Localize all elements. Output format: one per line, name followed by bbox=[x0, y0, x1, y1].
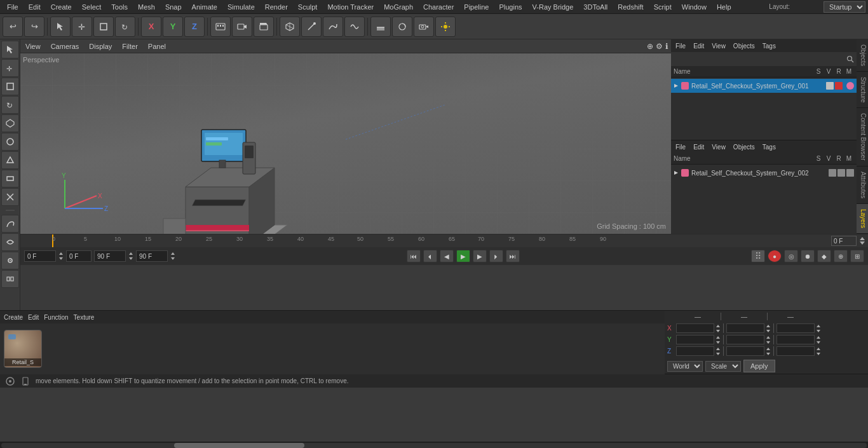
sidebar-knife-btn[interactable] bbox=[1, 252, 19, 269]
redo-button[interactable]: ↪ bbox=[24, 17, 44, 37]
obj-2-icon1[interactable] bbox=[829, 169, 836, 177]
coord-z-size[interactable]: 0 cm bbox=[726, 346, 764, 356]
world-dropdown[interactable]: World bbox=[667, 361, 703, 372]
mat-menu-create[interactable]: Create bbox=[4, 314, 23, 321]
coord-y-rot[interactable]: 0 ° bbox=[776, 335, 815, 344]
vp-menu-panel[interactable]: Panel bbox=[146, 42, 168, 51]
menu-render[interactable]: Render bbox=[261, 2, 292, 12]
menu-motion-tracker[interactable]: Motion Tracker bbox=[323, 2, 378, 12]
current-frame-input[interactable] bbox=[831, 236, 857, 246]
coord-x-size-spinner[interactable] bbox=[766, 324, 771, 333]
apply-button[interactable]: Apply bbox=[743, 360, 775, 372]
vp-menu-filter[interactable]: Filter bbox=[119, 42, 140, 51]
coord-y-pos-spinner[interactable] bbox=[715, 336, 721, 344]
coord-y-pos[interactable]: 0 cm bbox=[676, 335, 714, 344]
obj-top-menu-file[interactable]: File bbox=[674, 42, 688, 50]
camera-button[interactable] bbox=[414, 17, 434, 37]
obj-bot-menu-objects[interactable]: Objects bbox=[731, 143, 757, 151]
play-btn[interactable]: ▶ bbox=[456, 250, 470, 262]
sidebar-bezier-btn[interactable] bbox=[1, 215, 19, 233]
next-frame-btn[interactable]: ▶ bbox=[473, 250, 487, 262]
end-frame-input[interactable] bbox=[94, 250, 126, 262]
deform-button[interactable] bbox=[344, 17, 365, 37]
menu-vray[interactable]: V-Ray Bridge bbox=[528, 2, 578, 12]
sidebar-scale-btn[interactable] bbox=[1, 78, 19, 95]
coord-y-rot-spinner[interactable] bbox=[816, 336, 821, 344]
sidebar-triangle-btn[interactable] bbox=[1, 151, 19, 169]
coord-z-rot[interactable]: 0 ° bbox=[776, 346, 815, 356]
menu-select[interactable]: Select bbox=[78, 2, 106, 12]
coord-z-size-spinner[interactable] bbox=[766, 347, 771, 356]
video-button[interactable] bbox=[232, 17, 252, 37]
menu-help[interactable]: Help bbox=[712, 2, 736, 12]
axis-z-button[interactable]: Z bbox=[184, 17, 205, 37]
motion-record-btn[interactable]: ◎ bbox=[784, 250, 798, 262]
obj-bot-menu-edit[interactable]: Edit bbox=[691, 143, 706, 151]
spline-button[interactable] bbox=[323, 17, 343, 37]
autokey-btn[interactable]: ⏺ bbox=[801, 250, 815, 262]
sidebar-loop-btn[interactable] bbox=[1, 233, 19, 251]
tab-attributes[interactable]: Attributes bbox=[857, 166, 868, 204]
pen-tool-button[interactable] bbox=[301, 17, 322, 37]
obj-2-icon2[interactable] bbox=[837, 169, 845, 177]
sidebar-rotate-btn[interactable]: ↻ bbox=[1, 96, 19, 114]
coord-y-size[interactable]: 0 cm bbox=[726, 335, 764, 344]
sidebar-select-btn[interactable] bbox=[1, 41, 19, 58]
coord-x-rot-spinner[interactable] bbox=[816, 324, 821, 333]
scale-dropdown[interactable]: Scale bbox=[705, 361, 741, 372]
tab-content-browser[interactable]: Content Browser bbox=[857, 108, 868, 166]
record-dots-btn[interactable]: ⠿ bbox=[751, 250, 765, 262]
coord-z-pos-spinner[interactable] bbox=[715, 347, 721, 356]
sky-button[interactable] bbox=[392, 17, 412, 37]
obj-bot-menu-view[interactable]: View bbox=[710, 143, 728, 151]
sidebar-rect-btn[interactable] bbox=[1, 170, 19, 187]
tab-structure[interactable]: Structure bbox=[857, 72, 868, 109]
3d-viewport[interactable]: Perspective bbox=[20, 53, 671, 234]
menu-character[interactable]: Character bbox=[419, 2, 458, 12]
light-button[interactable] bbox=[435, 17, 456, 37]
menu-3dtoall[interactable]: 3DToAll bbox=[579, 2, 612, 12]
vp-crosshair-icon[interactable]: ⊕ bbox=[647, 42, 653, 51]
mat-menu-texture[interactable]: Texture bbox=[74, 314, 95, 321]
menu-file[interactable]: File bbox=[3, 2, 23, 12]
cur-frame-input[interactable] bbox=[66, 250, 92, 262]
obj-2-name[interactable]: Retail_Self_Checkout_System_Grey_002 bbox=[691, 170, 826, 177]
next-keyframe-btn[interactable]: ⏵ bbox=[489, 250, 503, 262]
go-to-start-btn[interactable]: ⏮ bbox=[407, 250, 421, 262]
menu-tools[interactable]: Tools bbox=[107, 2, 132, 12]
menu-mesh[interactable]: Mesh bbox=[133, 2, 159, 12]
cube-button[interactable] bbox=[280, 17, 300, 37]
menu-simulate[interactable]: Simulate bbox=[223, 2, 259, 12]
obj-top-menu-edit[interactable]: Edit bbox=[691, 42, 706, 50]
key-time-btn[interactable]: ⊞ bbox=[850, 250, 864, 262]
rotate-tool-button[interactable]: ↻ bbox=[115, 17, 135, 37]
scale-tool-button[interactable] bbox=[93, 17, 114, 37]
obj-1-visibility-icon[interactable] bbox=[826, 82, 834, 90]
coord-x-size[interactable]: 0 cm bbox=[726, 323, 764, 333]
menu-pipeline[interactable]: Pipeline bbox=[459, 2, 493, 12]
obj-bot-menu-tags[interactable]: Tags bbox=[761, 143, 778, 151]
vp-info-icon[interactable]: ℹ bbox=[665, 42, 668, 51]
sidebar-cross-btn[interactable] bbox=[1, 188, 19, 206]
prev-keyframe-btn[interactable]: ⏴ bbox=[423, 250, 437, 262]
coord-z-rot-spinner[interactable] bbox=[816, 347, 821, 356]
layout-select[interactable]: Startup bbox=[824, 1, 865, 13]
scrollbar-track[interactable] bbox=[1, 443, 867, 448]
sidebar-magnet-btn[interactable] bbox=[1, 270, 19, 288]
key-sel-btn[interactable]: ⊕ bbox=[834, 250, 848, 262]
start-frame-input[interactable] bbox=[24, 250, 56, 262]
coord-x-rot[interactable]: 0 ° bbox=[776, 323, 815, 333]
camera-clapper-button[interactable] bbox=[254, 17, 274, 37]
record-btn[interactable]: ● bbox=[768, 250, 782, 262]
floor-button[interactable] bbox=[370, 17, 391, 37]
obj-row-2[interactable]: Retail_Self_Checkout_System_Grey_002 bbox=[671, 166, 857, 180]
menu-plugins[interactable]: Plugins bbox=[494, 2, 526, 12]
film-button[interactable] bbox=[210, 17, 231, 37]
menu-window[interactable]: Window bbox=[677, 2, 711, 12]
vp-menu-view[interactable]: View bbox=[23, 42, 43, 51]
obj-1-lock-icon[interactable] bbox=[835, 82, 843, 90]
go-to-end-btn[interactable]: ⏭ bbox=[506, 250, 520, 262]
menu-sculpt[interactable]: Sculpt bbox=[294, 2, 322, 12]
axis-y-button[interactable]: Y bbox=[163, 17, 183, 37]
select-tool-button[interactable] bbox=[50, 17, 71, 37]
